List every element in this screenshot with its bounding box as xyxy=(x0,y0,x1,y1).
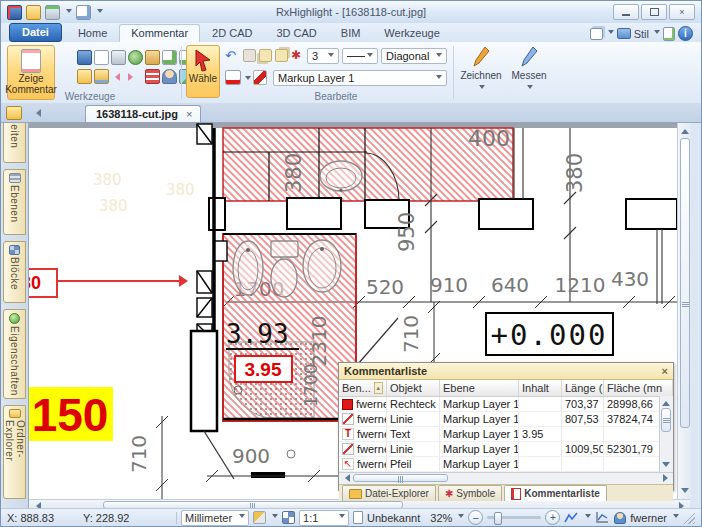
restore-button[interactable] xyxy=(641,4,667,20)
zeichnen-button[interactable]: Zeichnen xyxy=(459,46,503,100)
cascade-windows-icon[interactable] xyxy=(590,28,603,40)
markup-layer-combo[interactable]: Markup Layer 1 xyxy=(273,70,447,86)
bring-forward-icon[interactable] xyxy=(259,49,272,62)
tab-bim[interactable]: BIM xyxy=(329,24,373,42)
line-type-combo[interactable] xyxy=(342,48,378,64)
measure-path-icon[interactable] xyxy=(564,511,579,524)
panel-vscroll-thumb[interactable] xyxy=(661,408,671,432)
sidebar-item-eigenschaften[interactable]: Eigenschaften xyxy=(3,309,26,399)
close-button[interactable]: × xyxy=(669,4,695,20)
col-ebene[interactable]: Ebene xyxy=(440,380,519,396)
panel-vertical-scrollbar[interactable] xyxy=(659,396,673,472)
zoom-caret[interactable] xyxy=(458,514,464,521)
tab-home[interactable]: Home xyxy=(66,24,119,42)
line-color-caret[interactable] xyxy=(245,76,251,83)
unit-select[interactable]: Millimeter xyxy=(181,510,249,526)
table-row[interactable]: ↖fwerner PfeilMarkup Layer 1 xyxy=(339,457,673,472)
print-icon[interactable] xyxy=(45,5,60,20)
scale-select[interactable]: 1:1 xyxy=(299,510,349,526)
col-objekt[interactable]: Objekt xyxy=(387,380,440,396)
style-label[interactable]: Stil xyxy=(634,28,649,40)
user-name[interactable]: fwerner xyxy=(630,512,667,524)
messen-button[interactable]: Messen xyxy=(509,46,549,100)
tab-symbole[interactable]: ✱ Symbole xyxy=(438,485,502,501)
panel-scroll-right-icon[interactable] xyxy=(663,474,672,482)
hatch-style-combo[interactable]: Diagonal xyxy=(381,48,447,64)
document-close-icon[interactable]: × xyxy=(186,108,192,120)
user-caret[interactable] xyxy=(673,514,679,521)
zoom-slider-handle[interactable] xyxy=(494,512,502,525)
fill-color-icon[interactable] xyxy=(253,70,267,85)
document-icon[interactable] xyxy=(94,50,109,65)
paste-icon[interactable] xyxy=(145,50,160,65)
tab-datei[interactable]: Datei xyxy=(9,23,62,42)
col-ben[interactable]: Ben...▴ xyxy=(339,380,387,396)
sidebar-item-bloecke[interactable]: Blöcke xyxy=(3,241,26,303)
tab-datei-explorer[interactable]: Datei-Explorer xyxy=(342,485,436,501)
panel-horizontal-scrollbar[interactable] xyxy=(339,472,673,484)
next-markup-icon[interactable] xyxy=(128,73,137,81)
sort-icon[interactable]: ▴ xyxy=(374,382,383,394)
help-icon[interactable]: i xyxy=(678,26,693,41)
delete-markup-icon[interactable]: ✱ xyxy=(291,49,301,62)
tab-werkzeuge[interactable]: Werkzeuge xyxy=(372,24,451,42)
paste-front-icon[interactable] xyxy=(243,49,256,62)
tab-kommentar[interactable]: Kommentar xyxy=(119,24,200,42)
table-row[interactable]: fwerner LinieMarkup Layer 1 807,5337824,… xyxy=(339,412,673,427)
user-stamp-icon[interactable] xyxy=(162,69,177,84)
zoom-in-button[interactable]: + xyxy=(545,510,560,525)
sidebar-item-ordner-explorer[interactable]: Ordner-Explorer xyxy=(3,405,26,499)
col-laenge[interactable]: Länge (... xyxy=(562,380,604,396)
vertical-scroll-thumb[interactable] xyxy=(680,138,690,428)
resize-grip[interactable] xyxy=(683,512,695,524)
background-color-caret[interactable] xyxy=(272,514,278,521)
previous-markup-icon[interactable] xyxy=(111,73,120,81)
save-icon[interactable] xyxy=(77,50,92,65)
chart-axes-icon[interactable] xyxy=(595,511,610,524)
open-icon[interactable] xyxy=(26,5,41,20)
zoom-out-button[interactable]: – xyxy=(468,510,483,525)
scroll-down-icon[interactable] xyxy=(680,487,690,497)
scale-grid-icon[interactable] xyxy=(282,511,295,524)
save-as-icon[interactable] xyxy=(94,69,109,84)
col-inhalt[interactable]: Inhalt xyxy=(519,380,562,396)
table-row[interactable]: Tfwerner TextMarkup Layer 1 3.95 xyxy=(339,427,673,442)
document-tab[interactable]: 1638118-cut.jpg × xyxy=(85,105,201,122)
panel-scroll-left-icon[interactable] xyxy=(341,474,350,482)
tab-3d-cad[interactable]: 3D CAD xyxy=(264,24,328,42)
tab-kommentarliste[interactable]: Kommentarliste xyxy=(504,485,607,501)
undo-icon[interactable]: ↶ xyxy=(225,49,236,62)
page-settings-icon[interactable] xyxy=(663,27,675,41)
panel-title-bar[interactable]: Kommentarliste × xyxy=(339,363,673,380)
panel-hscroll-thumb[interactable] xyxy=(353,474,448,482)
panel-scroll-down-icon[interactable] xyxy=(662,462,670,471)
panel-scroll-up-icon[interactable] xyxy=(662,397,670,406)
col-flaeche[interactable]: Fläche (mn xyxy=(604,380,673,396)
export-icon[interactable] xyxy=(162,50,177,65)
zoom-slider[interactable] xyxy=(487,516,541,519)
app-icon[interactable] xyxy=(7,5,22,20)
print-markup-icon[interactable] xyxy=(111,50,126,65)
pages-icon[interactable] xyxy=(6,106,22,120)
cascade-caret[interactable] xyxy=(608,30,614,37)
markup-note-150[interactable]: 150 xyxy=(29,387,113,441)
scroll-tabs-left-icon[interactable] xyxy=(32,109,41,117)
table-row[interactable]: fwerner LinieMarkup Layer 1 1009,5052301… xyxy=(339,442,673,457)
print-dropdown-caret[interactable] xyxy=(66,9,72,16)
vertical-scrollbar[interactable] xyxy=(677,122,691,499)
zoom-level[interactable]: 32% xyxy=(430,512,452,524)
style-caret[interactable] xyxy=(654,30,660,37)
tab-2d-cad[interactable]: 2D CAD xyxy=(200,24,264,42)
panel-close-icon[interactable]: × xyxy=(662,365,668,377)
preview-icon[interactable] xyxy=(76,5,91,20)
open-folder-icon[interactable] xyxy=(77,69,92,84)
scroll-up-icon[interactable] xyxy=(680,124,690,134)
measure-path-caret[interactable] xyxy=(585,514,591,521)
background-color-icon[interactable] xyxy=(253,511,266,524)
minimize-button[interactable] xyxy=(613,4,639,20)
line-color-icon[interactable] xyxy=(225,70,241,85)
table-row[interactable]: fwerner RechteckMarkup Layer 1 703,37289… xyxy=(339,397,673,412)
web-publish-icon[interactable] xyxy=(128,50,143,65)
layers-red-icon[interactable] xyxy=(145,69,160,84)
sidebar-item-ebenen[interactable]: Ebenen xyxy=(3,169,26,235)
